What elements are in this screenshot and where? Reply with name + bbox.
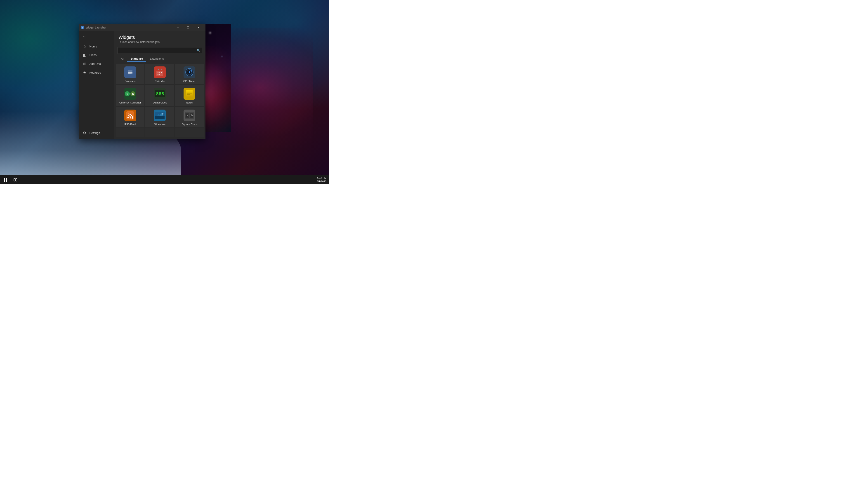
tabs: All Standard Extensions — [114, 56, 206, 62]
cpu-meter-label: CPU Meter — [183, 79, 195, 83]
sidebar-label-featured: Featured — [89, 71, 101, 74]
svg-rect-7 — [129, 73, 130, 74]
sidebar-label-home: Home — [89, 45, 97, 48]
tab-extensions[interactable]: Extensions — [146, 56, 167, 62]
widget-calculator[interactable]: Calculator — [116, 64, 145, 84]
page-title: Widgets — [119, 35, 201, 40]
widget-notes[interactable]: Notes — [175, 85, 204, 106]
square-clock-icon — [184, 109, 195, 121]
widget-currency-converter[interactable]: € $ Currency Converter — [116, 85, 145, 106]
window-title: Widget Launcher — [86, 26, 106, 29]
svg-rect-1 — [128, 70, 132, 72]
taskbar-right: 5:48 PM 5/1/2020 — [317, 176, 329, 184]
tab-all[interactable]: All — [118, 56, 127, 62]
svg-rect-59 — [14, 180, 15, 181]
svg-rect-12 — [156, 71, 163, 71]
minimize-button[interactable]: ─ — [173, 24, 183, 31]
svg-rect-4 — [130, 72, 131, 73]
svg-rect-55 — [4, 180, 5, 182]
widget-empty-2 — [145, 128, 174, 137]
svg-rect-5 — [131, 72, 132, 73]
sidebar-bottom: ⚙ Settings — [79, 129, 114, 139]
rss-icon — [124, 109, 136, 121]
svg-point-29 — [191, 70, 192, 71]
task-view-button[interactable] — [11, 175, 20, 184]
sidebar-item-skins[interactable]: ◧ Skins — [79, 51, 114, 59]
widget-cpu-meter[interactable]: CPU Meter — [175, 64, 204, 84]
svg-rect-56 — [6, 180, 7, 182]
svg-rect-58 — [16, 178, 17, 180]
svg-rect-54 — [6, 178, 7, 180]
svg-point-23 — [189, 72, 190, 73]
desktop: Widget Launcher ─ ☐ ✕ ← ⌂ Home ◧ — [0, 0, 329, 184]
svg-rect-60 — [16, 180, 17, 181]
widget-launcher-window: Widget Launcher ─ ☐ ✕ ← ⌂ Home ◧ — [79, 24, 206, 139]
calendar-label: Calendar — [155, 79, 165, 83]
rss-feed-label: RSS Feed — [125, 123, 136, 126]
sidebar-label-addons: Add Ons — [89, 62, 101, 66]
svg-point-43 — [162, 113, 163, 115]
taskbar-clock: 5:48 PM 5/1/2020 — [317, 176, 327, 184]
currency-converter-label: Currency Converter — [119, 101, 141, 104]
search-icon[interactable]: 🔍 — [197, 49, 200, 53]
calculator-icon — [124, 66, 136, 78]
sidebar-item-featured[interactable]: ★ Featured — [79, 68, 114, 77]
cpu-icon — [184, 66, 195, 78]
widget-slideshow[interactable]: Slideshow — [145, 107, 174, 127]
svg-rect-37 — [126, 111, 134, 120]
window-body: ← ⌂ Home ◧ Skins ⊞ Add Ons ★ — [79, 31, 206, 139]
title-bar-left: Widget Launcher — [81, 26, 106, 29]
svg-rect-13 — [156, 71, 163, 76]
sidebar-item-home[interactable]: ⌂ Home — [79, 42, 114, 51]
app-icon — [81, 26, 84, 29]
widget-empty-1 — [116, 128, 145, 137]
widget-digital-clock[interactable]: 888 Digital Clock — [145, 85, 174, 106]
sidebar-item-addons[interactable]: ⊞ Add Ons — [79, 59, 114, 68]
svg-point-18 — [159, 74, 160, 75]
svg-rect-2 — [128, 72, 129, 73]
home-icon: ⌂ — [83, 44, 87, 48]
tab-standard[interactable]: Standard — [127, 56, 146, 62]
skins-icon: ◧ — [83, 53, 87, 57]
star-decoration — [210, 33, 211, 33]
content-header: Widgets Launch and view installed widget… — [114, 31, 206, 45]
sidebar-label-skins: Skins — [89, 53, 96, 57]
calendar-icon — [154, 66, 166, 78]
title-bar: Widget Launcher ─ ☐ ✕ — [79, 24, 206, 31]
search-bar: 🔍 — [118, 47, 202, 54]
currency-icon: € $ — [124, 88, 136, 100]
sidebar-item-settings[interactable]: ⚙ Settings — [79, 129, 114, 137]
square-clock-label: Square Clock — [182, 123, 197, 126]
notes-label: Notes — [186, 101, 193, 104]
taskbar-time-display: 5:48 PM — [317, 176, 327, 180]
widget-grid: Calculator — [114, 62, 206, 139]
svg-text:888: 888 — [156, 91, 164, 96]
notes-icon — [184, 88, 195, 100]
maximize-button[interactable]: ☐ — [183, 24, 193, 31]
svg-rect-20 — [161, 69, 162, 70]
svg-rect-53 — [4, 178, 5, 180]
widget-square-clock[interactable]: Square Clock — [175, 107, 204, 127]
widget-calendar[interactable]: Calendar — [145, 64, 174, 84]
search-input[interactable] — [118, 47, 202, 54]
svg-point-38 — [127, 117, 129, 118]
content-area: Widgets Launch and view installed widget… — [114, 31, 206, 139]
sidebar-nav: ⌂ Home ◧ Skins ⊞ Add Ons ★ Featured — [79, 42, 114, 129]
svg-point-14 — [158, 72, 158, 73]
close-button[interactable]: ✕ — [193, 24, 204, 31]
svg-rect-3 — [129, 72, 130, 73]
widget-rss-feed[interactable]: RSS Feed — [116, 107, 145, 127]
slideshow-icon — [154, 109, 166, 121]
featured-icon: ★ — [83, 70, 87, 75]
window-controls: ─ ☐ ✕ — [173, 24, 204, 31]
taskbar: 5:48 PM 5/1/2020 — [0, 175, 329, 184]
page-subtitle: Launch and view installed widgets — [119, 40, 201, 43]
svg-point-16 — [161, 72, 162, 73]
taskbar-date-display: 5/1/2020 — [317, 180, 327, 183]
start-button[interactable] — [1, 175, 10, 184]
back-button[interactable]: ← — [80, 32, 89, 41]
calculator-label: Calculator — [125, 79, 136, 83]
svg-rect-8 — [130, 73, 131, 74]
svg-rect-19 — [158, 69, 159, 70]
sidebar-label-settings: Settings — [89, 131, 100, 135]
